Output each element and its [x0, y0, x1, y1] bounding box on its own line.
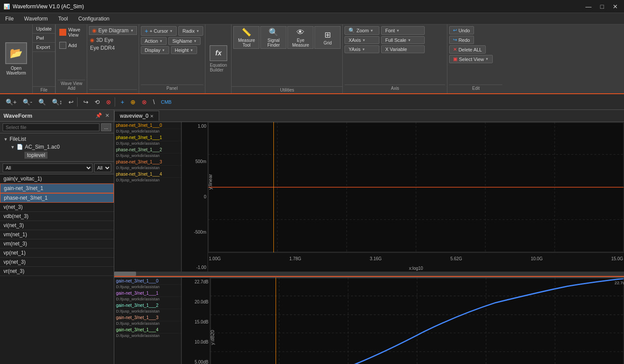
axis-row3: YAxis ▼ X Variable	[344, 45, 445, 53]
red-circle-btn[interactable]: ⊗	[140, 97, 149, 107]
signal-vr-net3[interactable]: vr(net_3)	[0, 267, 114, 276]
gain-path-2: D:/tjusp_workdir/assistan	[114, 309, 181, 314]
update-button[interactable]: Update	[33, 24, 55, 34]
signal-v-net3[interactable]: v(net_3)	[0, 203, 114, 212]
menu-waveform[interactable]: Waveform	[19, 14, 53, 24]
wave-view-section: WaveView Add Wave ViewAdd	[56, 24, 87, 93]
file-browse-button[interactable]: ...	[101, 123, 111, 131]
menu-tool[interactable]: Tool	[53, 14, 73, 24]
signal-phase-net3[interactable]: phase-net_3/net_1	[0, 193, 114, 203]
undo-toolbar-button[interactable]: ↩	[66, 97, 78, 107]
refresh-button[interactable]: ⟲	[92, 97, 102, 107]
open-waveform-button[interactable]: 📂 OpenWaveform	[0, 24, 33, 93]
signal-gain-v[interactable]: gain(v_voltac_1)	[0, 174, 114, 184]
eye-ddr4-button[interactable]: Eye DDR4	[89, 44, 136, 52]
delete-all-button[interactable]: ✕ Delete ALL	[449, 45, 486, 54]
top-panel-inner: phase-net_3/net_1___0 D:/tjusp_workdir/a…	[114, 122, 624, 272]
gain-sig-0[interactable]: gain-net_3/net_1___0	[114, 278, 181, 285]
yaxis-button[interactable]: YAxis ▼	[344, 45, 379, 53]
slash-btn[interactable]: \	[151, 97, 157, 107]
zoom-out-button[interactable]: 🔍-	[20, 97, 34, 107]
fx-button[interactable]: fx	[210, 45, 227, 61]
minimize-button[interactable]: —	[583, 2, 594, 11]
signame-button[interactable]: SigName ▼	[168, 37, 201, 45]
signal-dropdown[interactable]: All	[3, 163, 92, 172]
phase-sig-0[interactable]: phase-net_3/net_1___0	[114, 122, 181, 129]
measure-tool-button[interactable]: 📏 MeasureTool	[233, 26, 259, 49]
sidebar-close-button[interactable]: ✕	[104, 112, 110, 119]
redo-toolbar-button[interactable]: ↪	[81, 97, 91, 107]
font-button[interactable]: Font ▼	[381, 26, 425, 35]
zoom-button[interactable]: 🔍 Zoom ▼	[344, 26, 379, 35]
sidebar-pin-button[interactable]: 📌	[95, 112, 103, 119]
bottom-plot[interactable]: 22.7dB y:dB20	[210, 278, 624, 364]
cmb-btn[interactable]: CMB	[159, 98, 174, 106]
radix-button[interactable]: Radix ▼	[178, 26, 203, 36]
signal-vm-net3[interactable]: vm(net_3)	[0, 239, 114, 248]
eye-measure-button[interactable]: 👁 EyeMeasure	[287, 26, 314, 49]
menu-configuration[interactable]: Configuration	[73, 14, 115, 24]
top-x-axis: 1.00G 1.78G 3.16G 5.62G 10.0G 15.0G	[208, 252, 624, 265]
cursor-icon: +	[145, 27, 148, 34]
phase-sig-3[interactable]: phase-net_3/net_1___3	[114, 159, 181, 166]
tab-close-button[interactable]: ✕	[150, 114, 153, 119]
signal-finder-button[interactable]: 🔍 SignalFinder	[260, 26, 286, 49]
signal-filter-dropdown[interactable]: All	[94, 163, 111, 172]
gain-sig-2[interactable]: gain-net_3/net_1___2	[114, 302, 181, 309]
redo-button[interactable]: ↪ Redo	[449, 36, 474, 44]
undo-button[interactable]: ↩ Undo	[449, 26, 474, 34]
maximize-button[interactable]: □	[598, 2, 607, 11]
zoom-fit-button[interactable]: 🔍	[36, 97, 48, 107]
top-scroll-thumb[interactable]	[114, 272, 136, 276]
measure-tool-icon: 📏	[242, 27, 251, 37]
phase-sig-2[interactable]: phase-net_3/net_1___2	[114, 146, 181, 153]
select-view-button[interactable]: ▣ Select View ▼	[449, 55, 492, 63]
menu-file[interactable]: File	[0, 14, 19, 24]
grid-button[interactable]: ⊞ Grid	[314, 26, 341, 49]
tree-filelist[interactable]: ▼ FileList	[3, 135, 110, 143]
gain-sig-1[interactable]: gain-net_3/net_1___1	[114, 290, 181, 297]
signal-vi-net3[interactable]: vi(net_3)	[0, 221, 114, 230]
tree-ac-sim-item[interactable]: ▼ 📄 AC_Sim_1.ac0	[10, 143, 110, 151]
full-scale-button[interactable]: Full Scale ▼	[381, 36, 425, 44]
signal-vp-net3[interactable]: vp(net_3)	[0, 258, 114, 267]
phase-path-2: D:/tjusp_workdir/assistan	[114, 153, 181, 159]
wave-view-button[interactable]: WaveView	[58, 26, 85, 38]
phase-sig-4[interactable]: phase-net_3/net_1___4	[114, 171, 181, 178]
3d-eye-button[interactable]: ◉ 3D Eye	[89, 36, 136, 44]
zoom-rect-button[interactable]: 🔍↕	[50, 97, 65, 107]
signal-vm-net1[interactable]: vm(net_1)	[0, 230, 114, 239]
xaxis-button[interactable]: XAxis ▼	[344, 36, 379, 44]
cursor-button[interactable]: + + Cursor ▼	[141, 26, 177, 36]
signal-gain-net3[interactable]: gain-net_3/net_1	[0, 184, 114, 193]
signal-vdb-net3[interactable]: vdb(net_3)	[0, 212, 114, 221]
export-button[interactable]: Export	[33, 43, 55, 52]
icon-toolbar: 🔍+ 🔍- 🔍 🔍↕ ↩ ↪ ⟲ ⊗ + ⊕ ⊗ \ CMB	[0, 94, 624, 110]
sidebar-title: WaveForm	[3, 112, 32, 119]
gain-sig-4[interactable]: gain-net_3/net_1___4	[114, 327, 181, 333]
stop-button[interactable]: ⊗	[104, 97, 115, 107]
phase-sig-1[interactable]: phase-net_3/net_1___1	[114, 134, 181, 141]
top-plot[interactable]: y:linear	[208, 122, 624, 252]
pwl-button[interactable]: Pwl	[33, 34, 55, 43]
circle-btn[interactable]: ⊕	[128, 97, 138, 107]
signal-vp-net1[interactable]: vp(net_1)	[0, 248, 114, 258]
wave-add-button[interactable]: Add	[58, 41, 85, 50]
x-variable-button[interactable]: X Variable	[381, 45, 425, 53]
gain-sig-3[interactable]: gain-net_3/net_1___3	[114, 314, 181, 321]
close-button[interactable]: ✕	[610, 2, 621, 11]
top-panel-scrollbar[interactable]	[114, 272, 624, 276]
delete-all-icon: ✕	[453, 47, 457, 52]
file-input-field[interactable]	[3, 123, 99, 131]
height-button[interactable]: Height ▼	[171, 46, 198, 54]
tree-toplevel-item[interactable]: toplevel	[24, 151, 110, 160]
action-button[interactable]: Action ▼	[141, 37, 167, 45]
waveview-0-tab[interactable]: waveview_0 ✕	[114, 111, 159, 121]
top-x-label-0: 1.00G	[209, 256, 221, 261]
top-waveform-svg: y:linear	[208, 122, 624, 252]
y-min: -1.00	[196, 265, 206, 270]
eye-diagram-dropdown[interactable]: ◉ Eye Diagram ▼	[89, 26, 136, 35]
display-button[interactable]: Display ▼	[141, 46, 169, 54]
zoom-in-button[interactable]: 🔍+	[3, 97, 19, 107]
add-cursor-icon-button[interactable]: +	[119, 97, 126, 107]
